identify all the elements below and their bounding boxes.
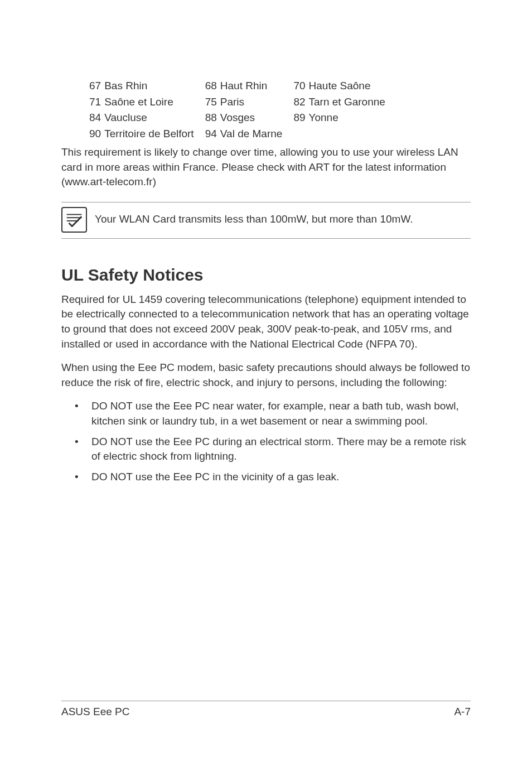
dept-row: 71 Saône et Loire 75 Paris 82 Tarn et Ga…	[89, 94, 389, 110]
ul-paragraph-2: When using the Eee PC modem, basic safet…	[61, 360, 471, 390]
dept-code: 70	[293, 78, 308, 94]
requirement-paragraph: This requirement is likely to change ove…	[61, 145, 471, 190]
note-text: Your WLAN Card transmits less than 100mW…	[95, 212, 413, 227]
dept-row: 67 Bas Rhin 68 Haut Rhin 70 Haute Saône	[89, 78, 389, 94]
department-list: 67 Bas Rhin 68 Haut Rhin 70 Haute Saône …	[89, 78, 471, 142]
note-block: Your WLAN Card transmits less than 100mW…	[61, 202, 471, 239]
dept-code: 84	[89, 110, 104, 126]
ul-paragraph-1: Required for UL 1459 covering telecommun…	[61, 292, 471, 351]
dept-code: 67	[89, 78, 104, 94]
dept-code: 90	[89, 126, 104, 142]
dept-name: Haute Saône	[309, 78, 389, 94]
dept-name: Paris	[220, 94, 286, 110]
list-item: DO NOT use the Eee PC during an electric…	[61, 435, 471, 464]
dept-name: Territoire de Belfort	[104, 126, 197, 142]
dept-name: Val de Marne	[220, 126, 286, 142]
dept-code: 68	[205, 78, 220, 94]
dept-name: Vosges	[220, 110, 286, 126]
note-icon	[61, 207, 87, 233]
ul-safety-heading: UL Safety Notices	[61, 266, 471, 285]
dept-name: Tarn et Garonne	[309, 94, 389, 110]
page-footer: ASUS Eee PC A-7	[61, 701, 471, 718]
footer-right: A-7	[454, 706, 471, 718]
list-item: DO NOT use the Eee PC in the vicinity of…	[61, 470, 471, 485]
dept-name: Saône et Loire	[104, 94, 197, 110]
dept-code: 82	[293, 94, 308, 110]
dept-row: 90 Territoire de Belfort 94 Val de Marne	[89, 126, 389, 142]
dept-code: 94	[205, 126, 220, 142]
list-item: DO NOT use the Eee PC near water, for ex…	[61, 399, 471, 428]
dept-row: 84 Vaucluse 88 Vosges 89 Yonne	[89, 110, 389, 126]
dept-name: Yonne	[309, 110, 389, 126]
dept-code: 89	[293, 110, 308, 126]
footer-left: ASUS Eee PC	[61, 706, 130, 718]
dept-code: 75	[205, 94, 220, 110]
dept-code: 71	[89, 94, 104, 110]
dept-code: 88	[205, 110, 220, 126]
safety-bullet-list: DO NOT use the Eee PC near water, for ex…	[61, 399, 471, 484]
dept-name: Bas Rhin	[104, 78, 197, 94]
dept-name: Vaucluse	[104, 110, 197, 126]
dept-name: Haut Rhin	[220, 78, 286, 94]
